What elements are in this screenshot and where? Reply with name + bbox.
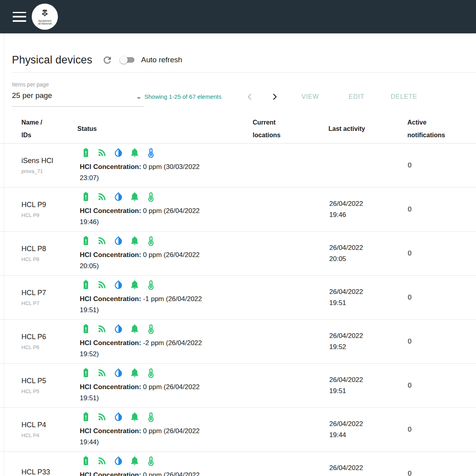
page-title: Physical devices: [12, 54, 92, 66]
notifications-cell: 0: [407, 382, 476, 390]
notification-bell-icon: [129, 191, 140, 202]
device-id: HCL P9: [21, 212, 77, 218]
view-button[interactable]: VIEW: [301, 93, 319, 100]
notification-count: 0: [407, 470, 411, 476]
table-row[interactable]: iSens HCl prova_71: [0, 144, 476, 188]
status-reading: HCl Concentration: 0 ppm (26/04/2022 19:…: [80, 382, 217, 404]
last-activity-date: 26/04/2022: [329, 198, 407, 209]
last-activity-date: 26/04/2022: [329, 418, 407, 430]
notifications-cell: 0: [407, 161, 476, 169]
delete-button[interactable]: DELETE: [391, 93, 417, 100]
device-name: HCL P4: [21, 421, 77, 429]
thermometer-icon: [146, 279, 156, 290]
table-row[interactable]: HCL P5 HCL P5 HCl C: [0, 364, 476, 408]
thermometer-icon: [146, 323, 156, 334]
rss-signal-icon: [97, 323, 107, 334]
battery-alert-icon: [81, 279, 91, 290]
status-icons: [81, 367, 253, 378]
table-body: iSens HCl prova_71: [0, 144, 476, 476]
battery-alert-icon: [81, 411, 91, 422]
status-cell: HCl Concentration: 0 ppm (26/04/2022 20:…: [77, 235, 253, 272]
notifications-cell: 0: [407, 426, 476, 434]
last-activity-cell: 26/04/2022 19:07: [328, 463, 407, 476]
notification-bell-icon: [129, 411, 140, 422]
organization-logo[interactable]: Ajuntament de Martorell: [32, 4, 58, 30]
device-name: HCL P5: [21, 377, 77, 385]
name-cell: HCL P7 HCL P7: [21, 289, 77, 306]
last-activity-time: 19:51: [329, 386, 407, 397]
name-cell: HCL P5 HCL P5: [21, 377, 77, 394]
battery-alert-icon: [81, 323, 91, 334]
column-header-active-notifications: Active notifications: [407, 116, 476, 142]
showing-range-text: Showing 1-25 of 67 elements: [144, 93, 221, 100]
water-drop-icon: [113, 367, 124, 378]
notification-bell-icon: [129, 147, 140, 158]
name-cell: HCL P33: [21, 468, 77, 476]
device-id: prova_71: [21, 168, 77, 174]
status-reading: HCl Concentration: 0 ppm (30/03/2022 23:…: [80, 161, 217, 184]
table-row[interactable]: HCL P7 HCL P7 HCl C: [0, 276, 476, 320]
thermometer-icon: [146, 235, 156, 246]
battery-alert-icon: [81, 191, 91, 202]
table-row[interactable]: HCL P8 HCL P8 HCl C: [0, 232, 476, 276]
auto-refresh-label: Auto refresh: [141, 56, 182, 64]
last-activity-time: 19:07: [329, 474, 407, 476]
last-activity-cell: 26/04/2022 19:51: [328, 286, 407, 309]
previous-page-button[interactable]: [244, 92, 255, 102]
last-activity-cell: 26/04/2022 20:05: [328, 242, 407, 265]
table-row[interactable]: HCL P33 HCl Concen: [0, 452, 476, 476]
notification-bell-icon: [129, 279, 140, 290]
device-id: HCL P5: [21, 388, 77, 394]
refresh-icon[interactable]: [102, 55, 113, 65]
notifications-cell: 0: [407, 470, 476, 476]
last-activity-cell: 26/04/2022 19:44: [328, 418, 407, 441]
thermometer-icon: [146, 147, 156, 158]
water-drop-icon: [113, 279, 124, 290]
notification-count: 0: [407, 426, 411, 433]
name-cell: HCL P6 HCL P6: [21, 333, 77, 350]
list-controls: Items per page 25 per page Showing 1-25 …: [0, 73, 476, 115]
last-activity-time: 19:52: [329, 342, 407, 353]
thermometer-icon: [146, 191, 156, 202]
column-header-last-activity: Last activity: [328, 123, 407, 135]
water-drop-icon: [113, 323, 124, 334]
device-id: HCL P8: [21, 256, 77, 262]
notification-count: 0: [407, 250, 411, 257]
status-cell: HCl Concentration: 0 ppm (30/03/2022 23:…: [77, 147, 253, 184]
notifications-cell: 0: [407, 294, 476, 301]
last-activity-time: 19:51: [329, 298, 407, 309]
rss-signal-icon: [97, 147, 107, 158]
next-page-button[interactable]: [270, 92, 280, 102]
app-bar: Ajuntament de Martorell: [0, 0, 476, 33]
last-activity-date: 26/04/2022: [329, 286, 407, 298]
table-row[interactable]: HCL P9 HCL P9 HCl C: [0, 188, 476, 232]
thermometer-icon: [146, 455, 156, 466]
thermometer-icon: [146, 411, 156, 422]
status-cell: HCl Concentration: -1 ppm (26/04/2022 19…: [77, 279, 253, 316]
battery-alert-icon: [81, 235, 91, 246]
table-row[interactable]: HCL P4 HCL P4 HCl C: [0, 408, 476, 452]
notification-bell-icon: [129, 235, 140, 246]
status-icons: [81, 279, 253, 290]
notifications-cell: 0: [407, 205, 476, 213]
status-cell: HCl Concentration: 0 ppm (26/04/2022 19:…: [77, 367, 253, 404]
rss-signal-icon: [97, 455, 107, 466]
rss-signal-icon: [97, 235, 107, 246]
device-id: HCL P7: [21, 300, 77, 306]
status-icons: [81, 235, 253, 246]
name-cell: HCL P4 HCL P4: [21, 421, 77, 438]
column-header-current-locations: Current locations: [253, 116, 328, 142]
notification-count: 0: [407, 161, 411, 169]
battery-alert-icon: [81, 147, 91, 158]
auto-refresh-toggle[interactable]: [121, 56, 135, 64]
status-icons: [81, 147, 253, 158]
last-activity-date: 26/04/2022: [329, 330, 407, 342]
edit-button[interactable]: EDIT: [349, 93, 365, 100]
hamburger-menu-icon[interactable]: [13, 12, 26, 22]
chevron-down-icon: [137, 97, 141, 99]
last-activity-date: 26/04/2022: [329, 374, 407, 386]
status-cell: HCl Concentration: 0 ppm (26/04/2022 19:…: [77, 411, 253, 448]
table-row[interactable]: HCL P6 HCL P6 HCl C: [0, 320, 476, 364]
water-drop-icon: [113, 147, 124, 158]
items-per-page-select[interactable]: Items per page 25 per page: [12, 81, 144, 107]
